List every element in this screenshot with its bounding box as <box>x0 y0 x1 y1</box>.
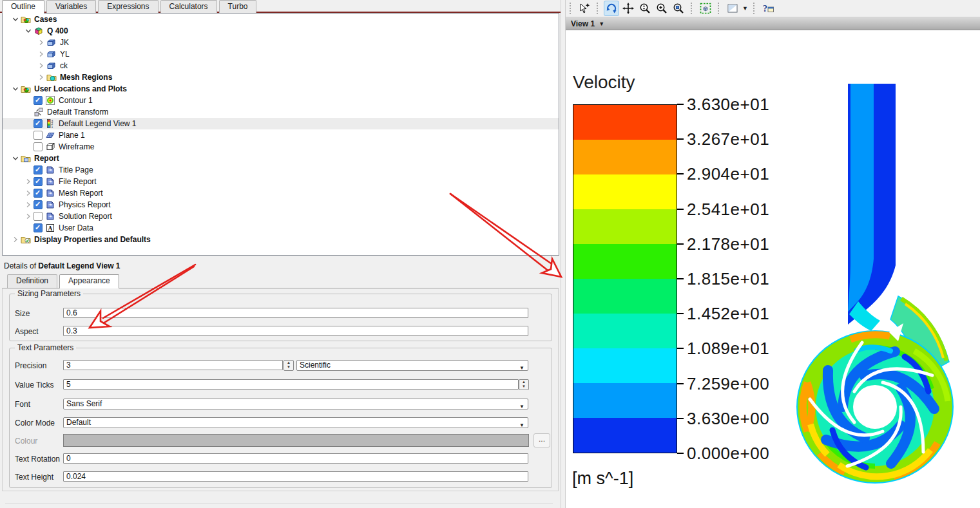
visibility-checkbox[interactable] <box>34 142 43 151</box>
tree-item-plane-1[interactable]: Plane 1 <box>3 129 559 141</box>
panel-divider <box>5 503 553 503</box>
precision-input[interactable]: 3 <box>63 360 283 370</box>
text-rotation-input[interactable]: 0 <box>63 453 528 464</box>
details-tab-appearance[interactable]: Appearance <box>59 274 119 288</box>
visibility-checkbox[interactable] <box>34 189 43 198</box>
visibility-checkbox[interactable] <box>34 200 43 209</box>
visibility-checkbox[interactable] <box>34 165 43 174</box>
tree-item-title-page[interactable]: Title Page <box>3 164 559 176</box>
view-selector-bar[interactable]: View 1 ▼ <box>566 17 980 30</box>
tree-item-label: Display Properties and Defaults <box>34 235 151 244</box>
toolbar-drag-handle[interactable] <box>570 3 573 14</box>
visibility-checkbox[interactable] <box>34 119 43 128</box>
expander-closed-icon[interactable] <box>36 72 46 82</box>
expander-open-icon[interactable] <box>10 84 21 94</box>
tab-outline[interactable]: Outline <box>2 0 44 14</box>
svg-text:1: 1 <box>52 125 53 129</box>
legend-tick-label: 1.452e+01 <box>687 304 769 324</box>
expander-closed-icon[interactable] <box>10 234 21 245</box>
text-parameters-title: Text Parameters <box>15 343 76 352</box>
context-help-tool-icon[interactable]: ? <box>760 1 776 16</box>
details-tab-definition[interactable]: Definition <box>7 274 57 288</box>
viewport-layout-tool-icon[interactable] <box>725 1 740 16</box>
legend-band-4 <box>573 244 677 279</box>
impeller-contour-plot <box>794 72 980 497</box>
expander-open-icon[interactable] <box>23 26 34 36</box>
expander-closed-icon[interactable] <box>23 188 34 198</box>
precision-spinner[interactable]: ▲▼ <box>283 360 294 371</box>
legend-title: Velocity <box>573 72 635 93</box>
report-page-icon <box>45 200 56 210</box>
zoom-area-tool-icon[interactable] <box>637 1 653 16</box>
tree-item-file-report[interactable]: File Report <box>3 176 559 187</box>
tree-item-label: User Data <box>59 223 93 232</box>
expander-spacer <box>23 130 34 140</box>
expander-closed-icon[interactable] <box>36 49 46 59</box>
font-dropdown[interactable]: Sans Serif ▼ <box>63 399 528 409</box>
pan-tool-icon[interactable] <box>620 1 636 16</box>
expander-closed-icon[interactable] <box>23 211 34 221</box>
value-ticks-input[interactable]: 5 <box>63 379 519 390</box>
toolbar-drag-handle[interactable] <box>718 3 722 14</box>
folder-report-icon <box>21 153 32 164</box>
tree-item-default-transform[interactable]: Default Transform <box>3 106 559 118</box>
zoom-in-tool-icon[interactable] <box>654 1 669 16</box>
tree-item-label: Contour 1 <box>59 96 93 105</box>
visibility-checkbox[interactable] <box>34 212 43 221</box>
toolbar-drag-handle[interactable] <box>691 3 695 14</box>
tree-item-jk[interactable]: JK <box>3 37 559 48</box>
tab-expressions[interactable]: Expressions <box>98 0 158 13</box>
select-tool-icon[interactable] <box>577 1 592 16</box>
color-mode-dropdown[interactable]: Default ▼ <box>63 417 528 428</box>
expander-closed-icon[interactable] <box>36 37 46 48</box>
tree-item-default-legend-view-1[interactable]: 321Default Legend View 1 <box>3 118 559 129</box>
expander-closed-icon[interactable] <box>36 61 46 71</box>
fit-view-tool-icon[interactable] <box>698 1 713 16</box>
zoom-box-tool-icon[interactable] <box>671 1 686 16</box>
panel-splitter[interactable] <box>561 0 566 508</box>
legend-tick <box>677 209 684 210</box>
expander-closed-icon[interactable] <box>23 176 34 187</box>
visibility-checkbox[interactable] <box>34 96 43 105</box>
mesh-regions-icon <box>46 72 57 82</box>
toolbar-drag-handle[interactable] <box>597 3 600 14</box>
tab-calculators[interactable]: Calculators <box>160 0 217 13</box>
expander-closed-icon[interactable] <box>23 200 34 210</box>
tree-item-user-locations-and-plots[interactable]: User Locations and Plots <box>3 83 559 95</box>
precision-mode-dropdown[interactable]: Scientific ▼ <box>296 360 528 371</box>
visibility-checkbox[interactable] <box>34 131 43 140</box>
rotate-tool-icon[interactable] <box>604 1 619 16</box>
text-height-input[interactable]: 0.024 <box>63 471 528 482</box>
tab-variables[interactable]: Variables <box>46 0 96 13</box>
tree-item-solution-report[interactable]: Solution Report <box>3 211 559 222</box>
viewport-layout-caret-icon[interactable]: ▼ <box>742 5 748 12</box>
tree-item-q-400[interactable]: Q 400 <box>3 25 559 37</box>
tree-item-physics-report[interactable]: Physics Report <box>3 199 559 211</box>
size-input[interactable]: 0.6 <box>63 308 528 318</box>
tree-item-ck[interactable]: ck <box>3 60 559 71</box>
toolbar-drag-handle[interactable] <box>753 3 757 14</box>
tab-turbo[interactable]: Turbo <box>219 0 257 13</box>
value-ticks-spinner[interactable]: ▲▼ <box>519 379 529 390</box>
legend-band-0 <box>573 105 677 140</box>
tree-item-yl[interactable]: YL <box>3 48 559 60</box>
tree-item-mesh-report[interactable]: Mesh Report <box>3 187 559 199</box>
tree-item-mesh-regions[interactable]: Mesh Regions <box>3 71 559 83</box>
details-caption: Details of Default Legend View 1 <box>4 261 120 270</box>
report-page-icon <box>45 176 56 187</box>
visibility-checkbox[interactable] <box>34 177 43 186</box>
tree-item-display-properties-and-defaults[interactable]: Display Properties and Defaults <box>3 234 559 245</box>
tree-item-wireframe[interactable]: Wireframe <box>3 141 559 153</box>
expander-open-icon[interactable] <box>10 14 21 24</box>
colour-picker-button[interactable]: ... <box>533 433 550 447</box>
tree-item-report[interactable]: Report <box>3 153 559 164</box>
tree-item-label: Default Transform <box>47 108 108 117</box>
tree-item-user-data[interactable]: AUser Data <box>3 222 559 234</box>
visibility-checkbox[interactable] <box>34 223 43 232</box>
sizing-parameters-group: Sizing Parameters Size 0.6 Aspect 0.3 <box>9 294 552 341</box>
tree-item-label: Cases <box>34 15 57 24</box>
tree-item-contour-1[interactable]: Contour 1 <box>3 95 559 106</box>
expander-open-icon[interactable] <box>10 153 21 164</box>
aspect-input[interactable]: 0.3 <box>63 326 528 336</box>
tree-item-cases[interactable]: Cases <box>3 14 559 25</box>
